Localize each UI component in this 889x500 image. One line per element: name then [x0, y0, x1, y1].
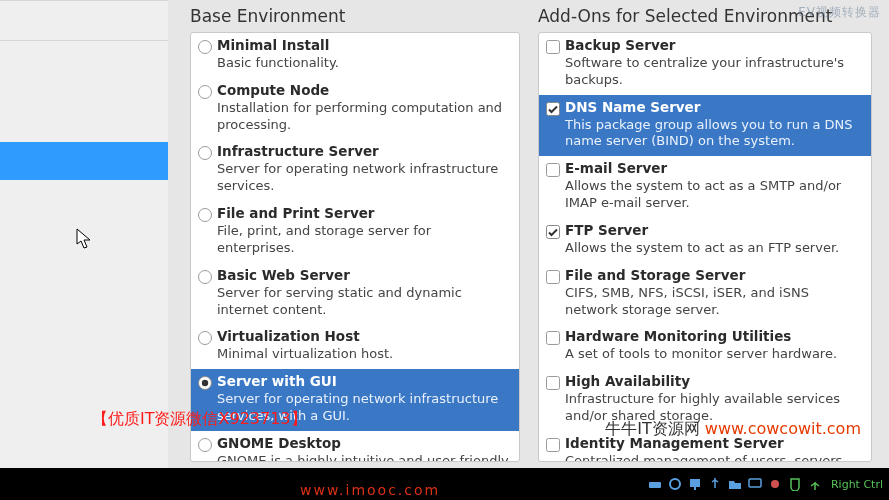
vm-mouse-integration-icon	[787, 476, 803, 492]
checkbox-icon[interactable]	[545, 162, 561, 178]
base-env-minimal[interactable]: Minimal InstallBasic functionality.	[191, 33, 519, 78]
env-name: Compute Node	[217, 82, 511, 99]
addon-name: FTP Server	[565, 222, 863, 239]
env-desc: Basic functionality.	[217, 55, 511, 72]
vm-hdd-icon	[647, 476, 663, 492]
env-desc: Installation for performing computation …	[217, 100, 511, 134]
radio-icon[interactable]	[197, 375, 213, 391]
checkbox-icon[interactable]	[545, 101, 561, 117]
env-desc: Server for operating network infrastruct…	[217, 161, 511, 195]
addon-desc: Software to centralize your infrastructu…	[565, 55, 863, 89]
radio-icon[interactable]	[197, 437, 213, 453]
svg-rect-17	[547, 438, 560, 451]
addon-desc: CIFS, SMB, NFS, iSCSI, iSER, and iSNS ne…	[565, 285, 863, 319]
svg-rect-14	[547, 270, 560, 283]
svg-point-2	[199, 147, 212, 160]
addon-desc: Centralized management of users, servers…	[565, 453, 863, 462]
checkbox-icon[interactable]	[545, 39, 561, 55]
addon-name: DNS Name Server	[565, 99, 863, 116]
env-name: File and Print Server	[217, 205, 511, 222]
vm-optical-icon	[667, 476, 683, 492]
addon-name: High Availability	[565, 373, 863, 390]
addon-desc: A set of tools to monitor server hardwar…	[565, 346, 863, 363]
env-name: Infrastructure Server	[217, 143, 511, 160]
vm-recording-icon	[767, 476, 783, 492]
base-environment-list[interactable]: Minimal InstallBasic functionality.Compu…	[190, 32, 520, 462]
vm-statusbar: www.imooc.com Right Ctrl	[0, 468, 889, 500]
svg-rect-19	[649, 482, 661, 488]
addon-desc: This package group allows you to run a D…	[565, 117, 863, 151]
base-env-infra[interactable]: Infrastructure ServerServer for operatin…	[191, 139, 519, 201]
base-env-basicweb[interactable]: Basic Web ServerServer for serving stati…	[191, 263, 519, 325]
base-env-fileprint[interactable]: File and Print ServerFile, print, and st…	[191, 201, 519, 263]
addon-desc: Allows the system to act as a SMTP and/o…	[565, 178, 863, 212]
env-name: Minimal Install	[217, 37, 511, 54]
svg-rect-12	[547, 164, 560, 177]
svg-point-7	[202, 380, 208, 386]
addon-hwmon[interactable]: Hardware Monitoring UtilitiesA set of to…	[539, 324, 871, 369]
mouse-cursor-icon	[76, 228, 92, 250]
vm-usb-icon	[707, 476, 723, 492]
addon-dns[interactable]: DNS Name ServerThis package group allows…	[539, 95, 871, 157]
svg-point-5	[199, 332, 212, 345]
checkbox-icon[interactable]	[545, 269, 561, 285]
svg-point-0	[199, 41, 212, 54]
env-name: GNOME Desktop	[217, 435, 511, 452]
svg-rect-13	[547, 225, 560, 238]
addon-email[interactable]: E-mail ServerAllows the system to act as…	[539, 156, 871, 218]
radio-icon[interactable]	[197, 145, 213, 161]
svg-rect-16	[547, 377, 560, 390]
addons-list[interactable]: Backup ServerSoftware to centralize your…	[538, 32, 872, 462]
addon-name: File and Storage Server	[565, 267, 863, 284]
svg-point-1	[199, 85, 212, 98]
svg-rect-22	[694, 487, 696, 490]
svg-rect-11	[547, 102, 560, 115]
left-category-selected[interactable]	[0, 142, 168, 180]
vm-hostkey-icon	[807, 476, 823, 492]
env-name: Virtualization Host	[217, 328, 511, 345]
vm-display-icon	[747, 476, 763, 492]
checkbox-icon[interactable]	[545, 224, 561, 240]
watermark-bottomright: 牛牛IT资源网 www.cowcowit.com	[605, 419, 861, 440]
checkbox-icon[interactable]	[545, 330, 561, 346]
addon-backup[interactable]: Backup ServerSoftware to centralize your…	[539, 33, 871, 95]
watermark-red-left: 【优质IT资源微信X923713】	[92, 409, 307, 430]
addon-ftp[interactable]: FTP ServerAllows the system to act as an…	[539, 218, 871, 263]
svg-point-8	[199, 438, 212, 451]
addon-filestor[interactable]: File and Storage ServerCIFS, SMB, NFS, i…	[539, 263, 871, 325]
base-env-gnome[interactable]: GNOME DesktopGNOME is a highly intuitive…	[191, 431, 519, 462]
radio-icon[interactable]	[197, 330, 213, 346]
radio-icon[interactable]	[197, 207, 213, 223]
env-name: Server with GUI	[217, 373, 511, 390]
radio-icon[interactable]	[197, 39, 213, 55]
radio-icon[interactable]	[197, 269, 213, 285]
env-desc: Minimal virtualization host.	[217, 346, 511, 363]
env-desc: File, print, and storage server for ente…	[217, 223, 511, 257]
checkbox-icon[interactable]	[545, 375, 561, 391]
svg-rect-10	[547, 41, 560, 54]
installer-window: Base Environment Minimal InstallBasic fu…	[0, 0, 889, 468]
addon-name: Hardware Monitoring Utilities	[565, 328, 863, 345]
addon-name: Backup Server	[565, 37, 863, 54]
svg-point-20	[670, 479, 680, 489]
env-desc: Server for serving static and dynamic in…	[217, 285, 511, 319]
env-name: Basic Web Server	[217, 267, 511, 284]
base-env-virthost[interactable]: Virtualization HostMinimal virtualizatio…	[191, 324, 519, 369]
software-selection-pane: Base Environment Minimal InstallBasic fu…	[168, 0, 889, 468]
vm-shared-folder-icon	[727, 476, 743, 492]
checkbox-icon[interactable]	[545, 437, 561, 453]
svg-point-24	[771, 480, 779, 488]
base-environment-column: Base Environment Minimal InstallBasic fu…	[168, 0, 530, 468]
addons-column: Add-Ons for Selected Environment Backup …	[530, 0, 876, 468]
svg-rect-15	[547, 332, 560, 345]
radio-icon[interactable]	[197, 84, 213, 100]
vm-hostkey-label: Right Ctrl	[831, 478, 883, 491]
watermark-bottom-center: www.imooc.com	[300, 482, 440, 498]
svg-rect-21	[690, 479, 700, 487]
addon-name: E-mail Server	[565, 160, 863, 177]
base-env-compute[interactable]: Compute NodeInstallation for performing …	[191, 78, 519, 140]
env-desc: GNOME is a highly intuitive and user fri…	[217, 453, 511, 462]
svg-rect-23	[749, 479, 761, 487]
svg-point-4	[199, 270, 212, 283]
vm-network-icon	[687, 476, 703, 492]
